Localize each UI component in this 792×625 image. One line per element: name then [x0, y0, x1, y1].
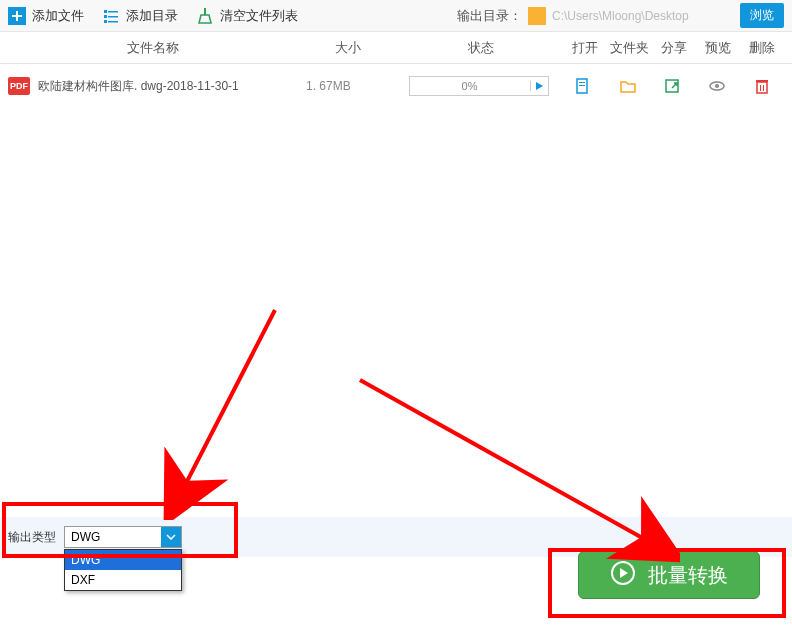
- svg-rect-16: [757, 82, 767, 93]
- svg-rect-6: [108, 16, 118, 18]
- svg-rect-5: [104, 15, 107, 18]
- file-row[interactable]: PDF 欧陆建材构件图库. dwg-2018-11-30-1 1. 67MB 0…: [0, 64, 792, 108]
- header-name: 文件名称: [8, 39, 298, 57]
- share-button[interactable]: [650, 77, 695, 95]
- play-circle-icon: [610, 560, 636, 591]
- svg-rect-18: [760, 85, 761, 91]
- list-icon: [102, 7, 120, 25]
- output-type-dropdown: DWG DXF: [64, 549, 182, 591]
- add-file-button[interactable]: 添加文件: [8, 7, 84, 25]
- header-size: 大小: [298, 39, 398, 57]
- browse-label: 浏览: [750, 8, 774, 22]
- output-path: C:\Users\Mloong\Desktop: [552, 9, 732, 23]
- add-dir-label: 添加目录: [126, 7, 178, 25]
- convert-label: 批量转换: [648, 562, 728, 589]
- batch-convert-button[interactable]: 批量转换: [578, 551, 760, 599]
- header-preview: 预览: [696, 39, 740, 57]
- svg-rect-12: [579, 85, 585, 86]
- browse-button[interactable]: 浏览: [740, 3, 784, 28]
- progress-percent: 0%: [410, 80, 530, 92]
- output-type-label: 输出类型: [8, 529, 56, 546]
- svg-rect-3: [104, 10, 107, 13]
- select-value: DWG: [65, 530, 161, 544]
- preview-button[interactable]: [695, 77, 740, 95]
- folder-icon: [528, 7, 546, 25]
- add-file-label: 添加文件: [32, 7, 84, 25]
- svg-rect-9: [204, 8, 206, 15]
- column-headers: 文件名称 大小 状态 打开 文件夹 分享 预览 删除: [0, 32, 792, 64]
- svg-line-21: [180, 310, 275, 495]
- chevron-down-icon: [161, 527, 181, 547]
- header-delete: 删除: [740, 39, 784, 57]
- svg-rect-7: [104, 20, 107, 23]
- open-file-button[interactable]: [561, 77, 606, 95]
- svg-rect-4: [108, 11, 118, 13]
- svg-rect-17: [756, 80, 768, 82]
- delete-button[interactable]: [739, 77, 784, 95]
- svg-rect-8: [108, 21, 118, 23]
- pdf-badge: PDF: [8, 77, 30, 95]
- header-share: 分享: [651, 39, 695, 57]
- clear-list-label: 清空文件列表: [220, 7, 298, 25]
- svg-rect-13: [666, 80, 678, 92]
- annotation-arrow-left: [150, 300, 290, 520]
- svg-rect-19: [763, 85, 764, 91]
- dropdown-option-dxf[interactable]: DXF: [65, 570, 181, 590]
- output-dir-label: 输出目录：: [457, 7, 522, 25]
- add-dir-button[interactable]: 添加目录: [102, 7, 178, 25]
- clear-list-button[interactable]: 清空文件列表: [196, 7, 298, 25]
- broom-icon: [196, 7, 214, 25]
- header-status: 状态: [398, 39, 563, 57]
- svg-rect-2: [12, 15, 22, 17]
- header-folder: 文件夹: [607, 39, 651, 57]
- plus-icon: [8, 7, 26, 25]
- file-name: 欧陆建材构件图库. dwg-2018-11-30-1: [38, 78, 296, 95]
- dropdown-option-dwg[interactable]: DWG: [65, 550, 181, 570]
- file-size: 1. 67MB: [296, 79, 396, 93]
- header-open: 打开: [563, 39, 607, 57]
- play-icon[interactable]: [530, 81, 548, 91]
- top-toolbar: 添加文件 添加目录 清空文件列表 输出目录： C:\Users\Mloong\D…: [0, 0, 792, 32]
- svg-point-15: [715, 84, 719, 88]
- progress-bar[interactable]: 0%: [409, 76, 549, 96]
- svg-rect-11: [579, 82, 585, 83]
- output-type-select[interactable]: DWG DWG DXF: [64, 526, 182, 548]
- open-folder-button[interactable]: [606, 77, 651, 95]
